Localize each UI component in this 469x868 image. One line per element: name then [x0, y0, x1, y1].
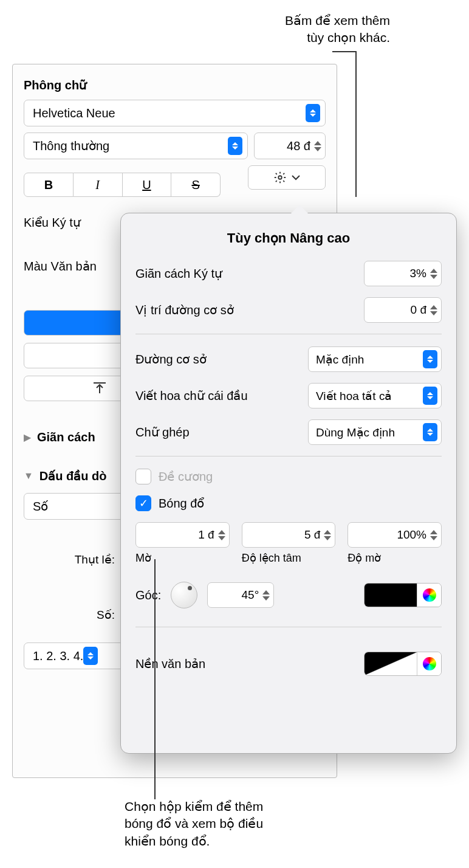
shadow-offset-stepper[interactable]: 5 đ	[242, 522, 336, 548]
shadow-color-well[interactable]	[364, 583, 442, 607]
char-spacing-value: 3%	[371, 267, 430, 280]
font-family-value: Helvetica Neue	[33, 106, 306, 120]
font-size-value: 48 đ	[261, 139, 314, 153]
chevron-down-icon	[292, 174, 300, 181]
dropdown-toggle-icon	[423, 423, 437, 441]
baseline-dropdown[interactable]: Mặc định	[308, 346, 442, 372]
shadow-blur-value: 1 đ	[142, 528, 218, 542]
stepper-icon	[324, 530, 331, 540]
font-style-dropdown[interactable]: Thông thường	[24, 133, 248, 159]
text-bg-label: Nền văn bản	[135, 656, 354, 671]
shadow-offset-label: Độ lệch tâm	[242, 551, 336, 565]
stepper-icon	[430, 530, 437, 540]
dropdown-toggle-icon	[83, 647, 98, 665]
shadow-color-swatch	[365, 584, 417, 607]
baseline-value: Mặc định	[316, 353, 423, 367]
divider	[135, 334, 442, 334]
advanced-options-popover: Tùy chọn Nâng cao Giãn cách Ký tự 3% Vị …	[120, 213, 457, 754]
shadow-opacity-value: 100%	[354, 528, 430, 542]
text-bg-swatch	[365, 652, 417, 675]
dropdown-toggle-icon	[423, 387, 437, 405]
callout-bottom: Chọn hộp kiểm để thêm bóng đổ và xem bộ …	[125, 798, 263, 850]
shadow-blur-label: Mờ	[135, 551, 230, 565]
advanced-options-button[interactable]	[248, 165, 326, 190]
caps-label: Viết hoa chữ cái đầu	[135, 388, 308, 403]
font-style-value: Thông thường	[33, 139, 228, 153]
font-size-stepper[interactable]: 48 đ	[254, 133, 326, 159]
outline-checkbox[interactable]	[135, 469, 151, 484]
font-family-dropdown[interactable]: Helvetica Neue	[24, 100, 326, 126]
angle-dial[interactable]	[171, 582, 197, 608]
strikethrough-button[interactable]: S	[171, 173, 221, 197]
popover-title: Tùy chọn Nâng cao	[135, 230, 442, 246]
callout-leader-top	[355, 51, 357, 197]
stepper-icon	[430, 269, 437, 279]
number-label: Số:	[24, 608, 115, 622]
dropdown-toggle-icon	[228, 137, 242, 155]
char-spacing-label: Giãn cách Ký tự	[135, 266, 364, 281]
ligatures-label: Chữ ghép	[135, 425, 308, 439]
shadow-checkbox-row[interactable]: ✓ Bóng đổ	[135, 495, 442, 511]
chevron-down-icon: ▼	[24, 470, 33, 481]
italic-button[interactable]: I	[74, 173, 123, 197]
shadow-opacity-label: Độ mờ	[347, 551, 442, 565]
char-spacing-stepper[interactable]: 3%	[364, 261, 442, 286]
svg-point-0	[278, 176, 282, 179]
angle-value: 45°	[214, 588, 262, 602]
angle-stepper[interactable]: 45°	[207, 582, 274, 608]
color-picker-button[interactable]	[417, 652, 441, 675]
color-wheel-icon	[423, 657, 436, 670]
text-style-group: B I U S	[24, 173, 221, 197]
dropdown-toggle-icon	[306, 104, 320, 122]
bold-button[interactable]: B	[24, 173, 74, 197]
divider	[135, 456, 442, 456]
shadow-label: Bóng đổ	[159, 496, 204, 511]
callout-leader-bottom	[154, 559, 156, 799]
outline-label: Đề cương	[159, 469, 213, 484]
stepper-icon	[262, 590, 270, 601]
baseline-pos-label: Vị trí đường cơ sở	[135, 303, 364, 317]
valign-top-icon	[94, 382, 106, 394]
shadow-blur-stepper[interactable]: 1 đ	[135, 522, 230, 548]
dropdown-toggle-icon	[423, 350, 437, 368]
caps-value: Viết hoa tất cả	[316, 389, 423, 403]
outline-checkbox-row[interactable]: Đề cương	[135, 469, 442, 484]
number-format-value: 1. 2. 3. 4.	[33, 649, 83, 663]
divider	[135, 627, 442, 627]
gear-icon	[273, 171, 287, 184]
stepper-icon	[314, 141, 321, 151]
ligatures-value: Dùng Mặc định	[316, 425, 423, 439]
stepper-icon	[430, 305, 437, 315]
underline-button[interactable]: U	[123, 173, 172, 197]
color-picker-button[interactable]	[417, 584, 441, 607]
baseline-pos-stepper[interactable]: 0 đ	[364, 297, 442, 323]
caps-dropdown[interactable]: Viết hoa tất cả	[308, 383, 442, 408]
shadow-opacity-stepper[interactable]: 100%	[347, 522, 442, 548]
baseline-label: Đường cơ sở	[135, 352, 308, 367]
shadow-checkbox[interactable]: ✓	[135, 495, 151, 511]
stepper-icon	[218, 530, 225, 540]
indent-label: Thụt lề:	[24, 553, 115, 567]
font-section-title: Phông chữ	[24, 78, 326, 92]
angle-label: Góc:	[135, 588, 161, 602]
ligatures-dropdown[interactable]: Dùng Mặc định	[308, 419, 442, 445]
shadow-offset-value: 5 đ	[248, 528, 324, 542]
baseline-pos-value: 0 đ	[371, 303, 430, 317]
callout-top: Bấm để xem thêm tùy chọn khác.	[285, 12, 390, 47]
color-wheel-icon	[423, 588, 436, 602]
chevron-right-icon: ▶	[24, 432, 31, 443]
text-bg-color-well[interactable]	[364, 652, 442, 676]
